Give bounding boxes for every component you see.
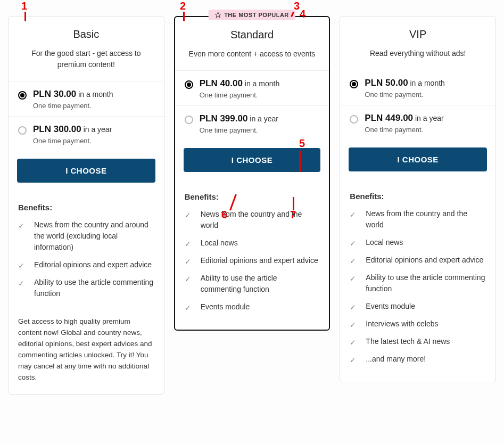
benefit-item: ✓Editorial opinions and expert advice: [18, 259, 154, 270]
price-amount: PLN 50.00: [365, 78, 408, 88]
check-icon: ✓: [350, 302, 356, 313]
choose-button[interactable]: I CHOOSE: [17, 159, 155, 183]
check-icon: ✓: [350, 256, 356, 267]
benefits-list: ✓News from the country and around the wo…: [18, 219, 154, 299]
choose-wrap: I CHOOSE: [9, 151, 164, 187]
plan-card-vip: VIP Read everything without ads! PLN 50.…: [340, 16, 496, 382]
price-amount: PLN 300.00: [33, 124, 81, 134]
benefit-text: Events module: [201, 302, 250, 311]
benefit-item: ✓News from the country and the world: [350, 208, 486, 231]
plan-subtitle: Read everything without ads!: [350, 48, 486, 59]
choose-wrap: I CHOOSE: [340, 140, 495, 176]
benefit-item: ✓Events module: [350, 301, 486, 312]
benefits-block: Benefits: ✓News from the country and the…: [340, 176, 495, 382]
benefit-item: ✓The latest tech & AI news: [350, 336, 486, 347]
benefit-text: The latest tech & AI news: [366, 337, 450, 346]
benefit-text: Interviews with celebs: [366, 319, 438, 328]
price-option-yearly[interactable]: PLN 399.00 in a year One time payment.: [175, 106, 329, 141]
benefit-item: ✓Editorial opinions and expert advice: [350, 255, 486, 266]
radio-icon: [185, 116, 193, 124]
benefit-item: ✓Events module: [185, 301, 320, 313]
plan-subtitle: For the good start - get access to premi…: [18, 48, 154, 70]
price-line: PLN 300.00 in a year: [33, 124, 154, 135]
benefit-text: Editorial opinions and expert advice: [366, 256, 483, 264]
benefit-item: ✓...and many more!: [350, 354, 486, 365]
price-note: One time payment.: [200, 91, 320, 99]
benefits-block: Benefits: ✓News from the country and aro…: [9, 187, 164, 316]
price-line: PLN 40.00 in a month: [200, 78, 320, 89]
price-option-monthly[interactable]: PLN 40.00 in a month One time payment.: [175, 71, 329, 106]
benefit-text: Ability to use the article commenting fu…: [201, 274, 277, 293]
price-line: PLN 399.00 in a year: [200, 113, 320, 124]
plan-title: Basic: [18, 28, 154, 40]
plan-subtitle: Even more content + access to events: [185, 48, 320, 60]
benefit-text: Ability to use the article commenting fu…: [366, 273, 485, 293]
price-option-monthly[interactable]: PLN 50.00 in a month One time payment.: [340, 70, 495, 105]
benefit-item: ✓Local news: [350, 237, 486, 248]
check-icon: ✓: [18, 278, 24, 289]
benefits-list: ✓News from the country and the world ✓Lo…: [350, 208, 486, 365]
price-note: One time payment.: [365, 91, 486, 99]
benefit-text: News from the country and around the wor…: [34, 220, 148, 251]
check-icon: ✓: [185, 274, 191, 285]
choose-button[interactable]: I CHOOSE: [349, 147, 487, 171]
plan-footer-text: Get access to high quality premium conte…: [9, 316, 164, 394]
price-options: PLN 40.00 in a month One time payment. P…: [175, 70, 329, 141]
price-amount: PLN 399.00: [200, 113, 248, 124]
benefit-item: ✓Ability to use the article commenting f…: [185, 273, 320, 295]
plan-header: VIP Read everything without ads!: [340, 17, 495, 70]
price-period: in a month: [245, 79, 279, 88]
benefit-text: Events module: [366, 302, 415, 310]
svg-marker-0: [216, 12, 221, 18]
price-line: PLN 50.00 in a month: [365, 78, 486, 88]
benefit-text: News from the country and the world: [201, 210, 302, 229]
check-icon: ✓: [350, 319, 356, 331]
benefits-title: Benefits:: [18, 203, 154, 212]
price-period: in a year: [250, 114, 278, 123]
price-option-yearly[interactable]: PLN 449.00 in a year One time payment.: [340, 105, 495, 140]
benefit-text: ...and many more!: [366, 355, 426, 363]
plan-card-basic: Basic For the good start - get access to…: [8, 16, 164, 395]
price-period: in a month: [410, 79, 444, 87]
plan-title: Standard: [185, 29, 320, 41]
radio-icon: [350, 115, 358, 124]
price-option-yearly[interactable]: PLN 300.00 in a year One time payment.: [9, 117, 164, 151]
benefit-item: ✓Local news: [185, 237, 320, 249]
plan-header: Standard Even more content + access to e…: [175, 17, 329, 70]
price-amount: PLN 449.00: [365, 113, 413, 123]
benefit-item: ✓Ability to use the article commenting f…: [18, 277, 154, 299]
annotation-1: 1: [21, 0, 27, 12]
check-icon: ✓: [185, 239, 191, 250]
benefit-text: Local news: [366, 238, 403, 247]
check-icon: ✓: [18, 220, 24, 232]
check-icon: ✓: [350, 209, 356, 220]
price-line: PLN 30.00 in a month: [33, 89, 154, 100]
benefit-item: ✓Interviews with celebs: [350, 318, 486, 330]
radio-icon: [185, 80, 193, 89]
benefits-list: ✓News from the country and the world ✓Lo…: [185, 209, 320, 313]
benefit-item: ✓Ability to use the article commenting f…: [350, 272, 486, 294]
annotation-2: 2: [180, 0, 186, 12]
radio-icon: [18, 126, 27, 135]
price-option-monthly[interactable]: PLN 30.00 in a month One time payment.: [9, 81, 164, 117]
benefit-text: Ability to use the article commenting fu…: [34, 278, 153, 298]
choose-button[interactable]: I CHOOSE: [184, 148, 321, 172]
benefits-block: Benefits: ✓News from the country and the…: [175, 176, 329, 330]
benefits-title: Benefits:: [350, 192, 486, 201]
plan-title: VIP: [350, 28, 486, 40]
price-note: One time payment.: [200, 126, 320, 134]
benefit-item: ✓Editorial opinions and expert advice: [185, 255, 320, 266]
benefit-text: Local news: [201, 239, 238, 247]
plan-card-standard: THE MOST POPULAR Standard Even more cont…: [174, 16, 331, 331]
check-icon: ✓: [350, 355, 356, 366]
popular-badge-label: THE MOST POPULAR: [224, 12, 289, 18]
benefit-text: News from the country and the world: [366, 209, 467, 229]
choose-wrap: I CHOOSE: [175, 141, 329, 176]
benefits-title: Benefits:: [185, 192, 320, 201]
pricing-row: Basic For the good start - get access to…: [8, 16, 496, 395]
check-icon: ✓: [350, 238, 356, 249]
price-line: PLN 449.00 in a year: [365, 113, 486, 124]
price-period: in a year: [84, 125, 112, 134]
radio-icon: [350, 80, 358, 88]
price-options: PLN 50.00 in a month One time payment. P…: [340, 70, 495, 140]
